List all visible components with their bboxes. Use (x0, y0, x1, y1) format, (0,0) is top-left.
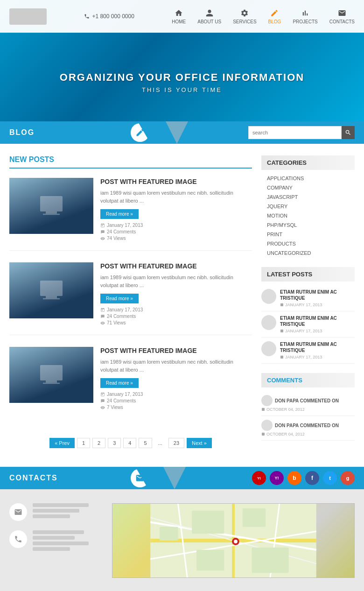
blogger-icon[interactable]: b (287, 471, 301, 485)
post-title: POST WITH FEATURED IMAGE (100, 262, 252, 270)
nav-about-label: ABOUT US (197, 19, 221, 24)
post-meta: January 17, 2013 24 Comments 71 Views (100, 307, 252, 325)
page-1-button[interactable]: 1 (77, 438, 90, 448)
comment-item: DON PAPA COMMENTED ON OCTOBER 04, 2012 (261, 416, 355, 441)
category-item[interactable]: PHP/MYSQL (261, 220, 355, 230)
category-item[interactable]: APPLICATIONS (261, 174, 355, 183)
nav-services-label: SERVICES (233, 19, 256, 24)
search-area (248, 126, 355, 139)
latest-posts-title: LATEST POSTS (261, 267, 355, 281)
category-item[interactable]: JAVASCRIPT (261, 192, 355, 202)
comment-avatar (261, 420, 273, 431)
post-item: POST WITH FEATURED IMAGE iam 1989 wisi q… (9, 347, 252, 419)
category-item[interactable]: COMPANY (261, 183, 355, 192)
main-content: NEW POSTS POST WITH FEATURED IMAGE iam 1… (0, 144, 364, 467)
svg-rect-20 (196, 550, 224, 570)
read-more-button[interactable]: Read more » (100, 378, 139, 388)
post-date: January 17, 2013 (107, 392, 143, 397)
post-views: 74 Views (107, 236, 126, 241)
category-item[interactable]: PRODUCTS (261, 239, 355, 248)
latest-post-item: ETIAM RUTRUM ENIM AC TRISTIQUE JANUARY 1… (261, 311, 355, 338)
latest-post-item: ETIAM RUTRUM ENIM AC TRISTIQUE JANUARY 1… (261, 338, 355, 364)
post-thumbnail (9, 347, 93, 403)
nav-projects[interactable]: PROJECTS (293, 9, 317, 24)
category-item[interactable]: UNCATEGORIZED (261, 248, 355, 258)
category-item[interactable]: JQUERY (261, 202, 355, 211)
blog-bar: BLOG (0, 121, 364, 144)
phone-number: +1 800 000 0000 (84, 13, 134, 20)
post-content: POST WITH FEATURED IMAGE iam 1989 wisi q… (100, 262, 252, 325)
category-item[interactable]: MOTION (261, 211, 355, 220)
twitter-icon[interactable]: t (323, 471, 337, 485)
contact-phone-text (33, 530, 89, 553)
next-page-button[interactable]: Next » (187, 438, 212, 448)
search-input[interactable] (248, 126, 342, 139)
latest-post-title[interactable]: ETIAM RUTRUM ENIM AC TRISTIQUE (280, 315, 355, 327)
nav-home[interactable]: HOME (172, 9, 186, 24)
phone-text: +1 800 000 0000 (92, 13, 134, 20)
page-23-button[interactable]: 23 (168, 438, 184, 448)
google-icon[interactable]: g (341, 471, 355, 485)
post-meta: January 17, 2013 24 Comments 7 Views (100, 392, 252, 410)
social-icons: Yt Y! b f t g (252, 471, 355, 485)
svg-rect-0 (40, 196, 63, 211)
latest-post-title[interactable]: ETIAM RUTRUM ENIM AC TRISTIQUE (280, 289, 355, 301)
pagination: « Prev 1 2 3 4 5 ... 23 Next » (9, 431, 252, 455)
nav-home-label: HOME (172, 19, 186, 24)
read-more-button[interactable]: Read more » (100, 209, 139, 219)
comment-item: DON PAPA COMMENTED ON OCTOBER 04, 2012 (261, 391, 355, 416)
logo-area (9, 8, 47, 25)
nav-about[interactable]: ABOUT US (197, 9, 221, 24)
contact-info (9, 503, 103, 578)
page-3-button[interactable]: 3 (108, 438, 121, 448)
phone-icon-circle (9, 530, 27, 548)
new-posts-title: NEW POSTS (9, 155, 252, 169)
nav-contacts[interactable]: CONTACTS (329, 9, 355, 24)
yahoo-icon[interactable]: Y! (270, 471, 284, 485)
svg-rect-1 (46, 211, 57, 214)
nav-projects-label: PROJECTS (293, 19, 317, 24)
prev-page-button[interactable]: « Prev (49, 438, 75, 448)
latest-post-date: JANUARY 17, 2013 (280, 303, 355, 307)
nav-blog[interactable]: BLOG (268, 9, 281, 24)
svg-rect-19 (243, 508, 266, 527)
main-nav: HOME ABOUT US SERVICES BLOG PROJECTS CON… (172, 9, 355, 24)
comment-user: DON PAPA COMMENTED ON (261, 420, 355, 431)
category-item[interactable]: PRINT (261, 230, 355, 239)
contacts-content (0, 489, 364, 591)
latest-post-item: ETIAM RUTRUM ENIM AC TRISTIQUE JANUARY 1… (261, 285, 355, 311)
latest-post-title[interactable]: ETIAM RUTRUM ENIM AC TRISTIQUE (280, 341, 355, 353)
youtube-icon[interactable]: Yt (252, 471, 266, 485)
facebook-icon[interactable]: f (305, 471, 319, 485)
contacts-bar: CONTACTS Yt Y! b f t g (0, 467, 364, 489)
svg-rect-4 (46, 296, 57, 298)
post-views: 71 Views (107, 320, 126, 325)
contact-phone-item (9, 530, 103, 553)
page-4-button[interactable]: 4 (123, 438, 136, 448)
post-item: POST WITH FEATURED IMAGE iam 1989 wisi q… (9, 178, 252, 251)
about-icon (204, 9, 215, 17)
latest-post-date: JANUARY 17, 2013 (280, 355, 355, 359)
page-2-button[interactable]: 2 (92, 438, 105, 448)
contacts-icon (337, 9, 347, 17)
post-excerpt: iam 1989 wisi quam lorem vestibulum nec … (100, 358, 252, 373)
post-excerpt: iam 1989 wisi quam lorem vestibulum nec … (100, 189, 252, 204)
svg-rect-6 (40, 365, 63, 380)
nav-services[interactable]: SERVICES (233, 9, 256, 24)
post-comments: 24 Comments (107, 398, 136, 403)
svg-rect-18 (192, 511, 224, 534)
hero-content: ORGANIZING YOUR OFFICE INFORMATION THIS … (0, 71, 364, 93)
read-more-button[interactable]: Read more » (100, 294, 139, 303)
nav-blog-label: BLOG (268, 19, 281, 24)
latest-post-info: ETIAM RUTRUM ENIM AC TRISTIQUE JANUARY 1… (280, 341, 355, 359)
comment-date: OCTOBER 04, 2012 (261, 407, 355, 412)
latest-post-date: JANUARY 17, 2013 (280, 329, 355, 333)
posts-section: NEW POSTS POST WITH FEATURED IMAGE iam 1… (9, 155, 261, 455)
svg-rect-21 (252, 548, 289, 573)
svg-rect-5 (43, 298, 60, 299)
search-button[interactable] (342, 126, 355, 139)
header-top: +1 800 000 0000 HOME ABOUT US SERVICES B… (0, 0, 364, 33)
page-5-button[interactable]: 5 (139, 438, 152, 448)
post-title: POST WITH FEATURED IMAGE (100, 178, 252, 185)
latest-post-avatar (261, 315, 276, 330)
